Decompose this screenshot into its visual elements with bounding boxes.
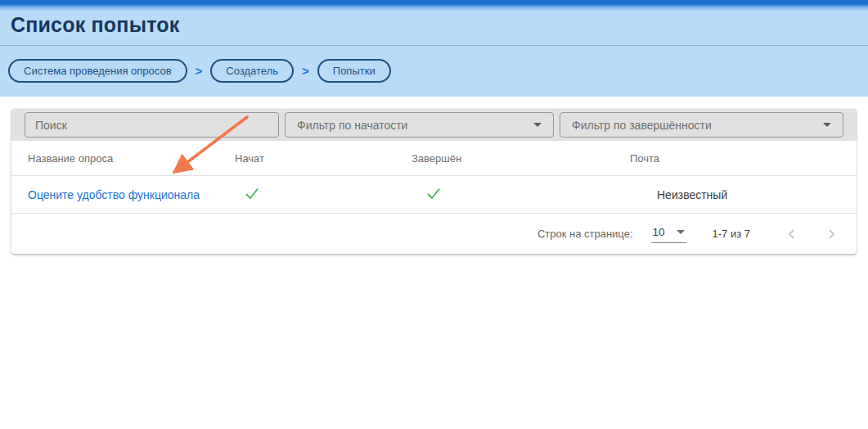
started-filter-label: Фильтр по начатости [297, 119, 407, 132]
check-icon [243, 184, 261, 202]
completed-filter-select[interactable]: Фильтр по завершённости [560, 112, 843, 138]
pagination-bar: Строк на странице: 10 1-7 из 7 [11, 214, 857, 254]
rows-per-page-label: Строк на странице: [537, 228, 633, 240]
page-header: Список попыток Система проведения опросо… [0, 0, 868, 97]
survey-name-link[interactable]: Оцените удобство функционала [11, 188, 235, 201]
chevron-left-icon [785, 227, 799, 242]
chevron-down-icon [823, 123, 831, 127]
breadcrumb: Система проведения опросов > Создатель >… [8, 59, 868, 83]
next-page-button[interactable] [824, 227, 839, 242]
previous-page-button[interactable] [785, 227, 799, 242]
attempts-card: Фильтр по начатости Фильтр по завершённо… [11, 109, 857, 254]
completed-filter-label: Фильтр по завершённости [572, 119, 712, 132]
chevron-down-icon [677, 230, 685, 234]
rows-per-page-value: 10 [653, 226, 665, 238]
column-header-email: Почта [630, 152, 857, 165]
breadcrumb-item-creator[interactable]: Создатель [210, 59, 294, 83]
column-header-survey-name: Название опроса [11, 152, 235, 165]
chevron-right-icon: > [302, 64, 309, 78]
breadcrumb-item-survey-system[interactable]: Система проведения опросов [8, 59, 187, 83]
column-header-completed: Завершён [412, 152, 630, 165]
email-value: Неизвестный [657, 188, 857, 201]
check-icon [425, 184, 443, 202]
table-row: Оцените удобство функционала Неизвестный [11, 176, 857, 214]
chevron-right-icon: > [196, 64, 203, 78]
chevron-down-icon [533, 123, 542, 127]
chevron-right-icon [824, 227, 839, 242]
column-header-started: Начат [235, 152, 412, 165]
search-input[interactable] [25, 112, 279, 138]
started-filter-select[interactable]: Фильтр по начатости [285, 112, 554, 138]
page-title: Список попыток [0, 0, 868, 37]
pagination-range-label: 1-7 из 7 [713, 228, 750, 240]
rows-per-page-select[interactable]: 10 [651, 224, 686, 243]
title-divider [0, 45, 868, 46]
breadcrumb-item-attempts[interactable]: Попытки [317, 59, 391, 83]
filter-bar: Фильтр по начатости Фильтр по завершённо… [11, 109, 857, 141]
table-header-row: Название опроса Начат Завершён Почта [11, 141, 857, 176]
